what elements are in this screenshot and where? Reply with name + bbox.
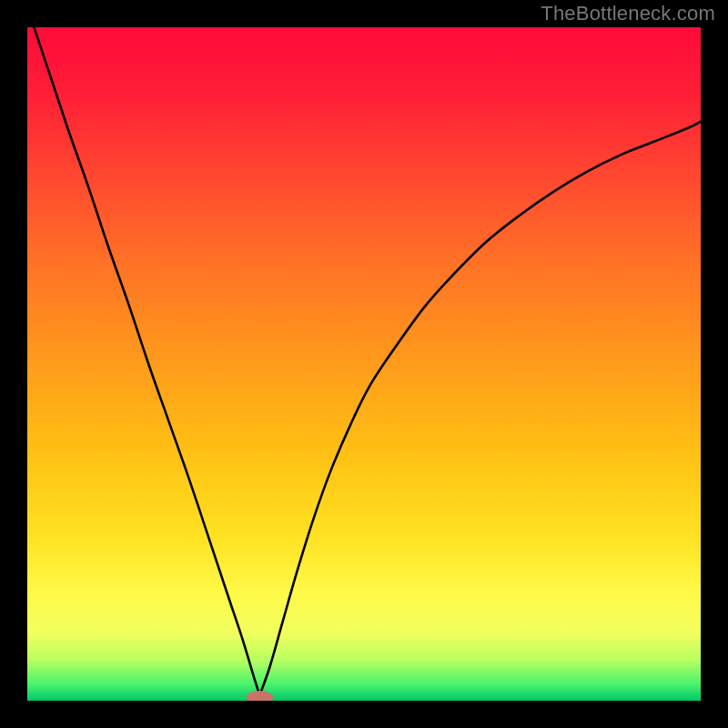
chart-frame: TheBottleneck.com xyxy=(0,0,728,728)
curve-layer xyxy=(27,27,701,701)
plot-area xyxy=(27,27,701,701)
minimum-marker xyxy=(247,691,274,701)
curve-left-branch xyxy=(34,27,259,695)
curve-right-branch xyxy=(259,122,701,695)
watermark-text: TheBottleneck.com xyxy=(541,2,715,25)
